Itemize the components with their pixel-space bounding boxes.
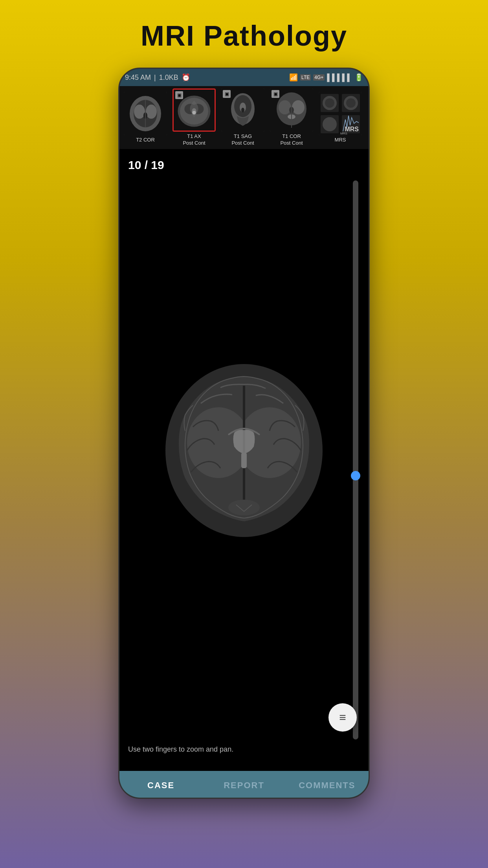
- tab-comments[interactable]: COMMENTS: [286, 771, 369, 799]
- svg-point-32: [346, 98, 356, 108]
- series-bar: T2 COR ▣ T1 AXPost Cont: [119, 86, 369, 149]
- main-mri-image: [150, 356, 338, 545]
- signal-icon: ▌▌▌▌▌: [327, 74, 352, 82]
- svg-point-18: [241, 108, 244, 112]
- battery-icon: 🔋: [354, 73, 363, 82]
- svg-point-21: [279, 100, 291, 114]
- lte-icon: LTE: [300, 74, 311, 81]
- svg-point-43: [228, 500, 260, 515]
- series-label-t1cor: T1 CORPost Cont: [280, 133, 303, 147]
- svg-point-4: [146, 105, 157, 119]
- menu-fab-icon: ≡: [339, 711, 346, 724]
- series-item-mrs[interactable]: MRS MRS MRS: [317, 92, 363, 143]
- series-item-t1ax[interactable]: ▣ T1 AXPost Cont: [171, 88, 217, 147]
- svg-rect-42: [241, 452, 247, 468]
- alarm-icon: ⏰: [182, 73, 190, 82]
- series-label-t2cor: T2 COR: [136, 137, 155, 143]
- main-viewer[interactable]: 10 / 19: [119, 149, 369, 771]
- series-thumb-t1sag: ▣: [221, 88, 264, 132]
- mrs-label-overlay: MRS: [345, 126, 359, 133]
- series-thumb-t1cor: ▣: [270, 88, 313, 132]
- 4g-icon: 4G+: [313, 74, 325, 81]
- status-time: 9:45 AM: [125, 74, 151, 82]
- svg-point-22: [292, 100, 305, 114]
- series-label-t1sag: T1 SAGPost Cont: [231, 133, 254, 147]
- scroll-slider-thumb[interactable]: [351, 471, 360, 480]
- menu-fab-button[interactable]: ≡: [328, 703, 357, 732]
- series-overlay-icon2: ▣: [223, 90, 231, 98]
- tab-case[interactable]: CASE: [119, 771, 202, 799]
- series-thumb-t2cor: [124, 92, 167, 135]
- app-title: MRI Pathology: [141, 0, 347, 68]
- scroll-slider-track: [353, 180, 358, 739]
- bottom-nav: CASE REPORT COMMENTS: [119, 771, 369, 799]
- series-overlay-icon: ▣: [175, 91, 183, 99]
- svg-point-3: [134, 105, 145, 119]
- series-overlay-icon3: ▣: [272, 90, 279, 98]
- status-data: 1.0KB: [159, 74, 178, 82]
- status-left: 9:45 AM | 1.0KB ⏰: [125, 73, 190, 82]
- series-item-t1cor[interactable]: ▣ T1 CORPost Cont: [269, 88, 314, 147]
- status-bar: 9:45 AM | 1.0KB ⏰ 📶 LTE 4G+ ▌▌▌▌▌ 🔋: [119, 69, 369, 86]
- tab-report[interactable]: REPORT: [202, 771, 285, 799]
- svg-point-34: [323, 117, 337, 131]
- series-item-t2cor[interactable]: T2 COR: [123, 92, 168, 143]
- slice-counter: 10 / 19: [128, 158, 164, 172]
- series-label-mrs: MRS: [335, 137, 346, 143]
- svg-point-13: [192, 111, 196, 114]
- phone-device: 9:45 AM | 1.0KB ⏰ 📶 LTE 4G+ ▌▌▌▌▌ 🔋: [118, 68, 370, 799]
- series-item-t1sag[interactable]: ▣ T1 SAGPost Cont: [220, 88, 266, 147]
- series-thumb-t1ax: ▣: [172, 88, 216, 132]
- status-right: 📶 LTE 4G+ ▌▌▌▌▌ 🔋: [289, 73, 363, 82]
- bluetooth-icon: 📶: [289, 73, 298, 82]
- series-label-t1ax: T1 AXPost Cont: [183, 133, 205, 147]
- series-thumb-mrs: MRS MRS: [319, 92, 362, 135]
- svg-point-29: [325, 98, 334, 108]
- status-divider: |: [154, 74, 156, 82]
- zoom-hint-text: Use two fingers to zoom and pan.: [128, 745, 233, 754]
